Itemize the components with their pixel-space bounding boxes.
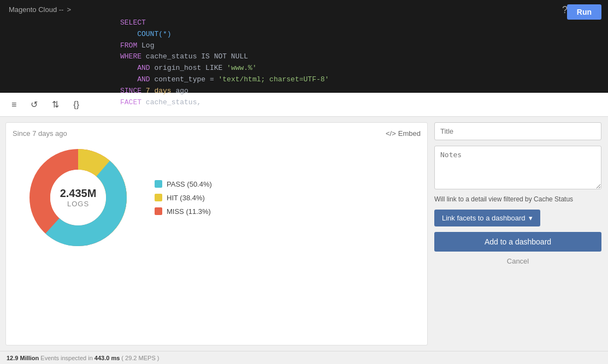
code-from-table: Log	[141, 41, 154, 50]
code-facet-kw: FACET	[120, 98, 141, 106]
link-facets-button[interactable]: Link facets to a dashboard ▾	[434, 210, 540, 226]
run-button[interactable]: Run	[567, 4, 601, 20]
chart-container: 2.435M LOGS PASS (50.4%) HIT (38.4%) MIS…	[13, 143, 421, 252]
code-and2-kw: AND	[137, 75, 150, 83]
events-meps: ( 29.2 MEPS )	[121, 355, 159, 361]
code-and2-field: content_type	[154, 75, 205, 83]
events-time: 443.0 ms	[95, 355, 120, 361]
code-where-field: cache_status	[146, 52, 197, 61]
breadcrumb-text: Magento Cloud --	[9, 5, 63, 14]
events-count: 12.9 Million	[7, 355, 39, 361]
code-block: SELECT COUNT(*) FROM Log WHERE cache_sta…	[120, 17, 608, 108]
legend-color-swatch	[155, 194, 162, 201]
cancel-button[interactable]: Cancel	[434, 257, 601, 265]
donut-count: 2.435M	[60, 187, 97, 200]
link-info: Will link to a detail view filtered by C…	[434, 195, 601, 204]
legend-item: MISS (11.3%)	[155, 207, 212, 216]
legend-color-swatch	[155, 180, 162, 188]
legend-item: PASS (50.4%)	[155, 180, 212, 188]
legend-item-label: PASS (50.4%)	[167, 180, 212, 188]
code-and2-val: 'text/html; charset=UTF-8'	[219, 75, 329, 83]
code-from-kw: FROM	[120, 41, 137, 50]
notes-input[interactable]	[434, 146, 601, 189]
legend-item-label: MISS (11.3%)	[167, 207, 211, 216]
list-view-button[interactable]: ≡	[7, 97, 21, 112]
since-label: Since 7 days ago	[13, 129, 421, 138]
code-since-num: 7 days	[146, 87, 172, 95]
code-where-op: IS NOT NULL	[201, 52, 248, 61]
link-facets-label: Link facets to a dashboard	[442, 214, 526, 222]
add-dashboard-button[interactable]: Add to a dashboard	[434, 232, 601, 252]
breadcrumb-arrow: >	[67, 5, 71, 14]
legend-color-swatch	[155, 207, 162, 215]
chart-legend: PASS (50.4%) HIT (38.4%) MISS (11.3%)	[155, 180, 212, 216]
top-bar: Magento Cloud -- > SELECT COUNT(*) FROM …	[0, 0, 608, 93]
code-view-button[interactable]: {}	[68, 97, 84, 112]
legend-item-label: HIT (38.4%)	[167, 194, 205, 202]
code-where-kw: WHERE	[120, 52, 141, 61]
code-and1-field: origin_host	[154, 64, 201, 72]
legend-item: HIT (38.4%)	[155, 194, 212, 202]
code-and1-op: LIKE	[205, 64, 222, 72]
code-since-plain: ago	[175, 87, 188, 95]
chart-panel: Since 7 days ago </> Embed 2	[5, 122, 428, 345]
events-label: Events inspected in	[40, 355, 92, 361]
embed-code-icon: </>	[386, 129, 396, 138]
main-content: Since 7 days ago </> Embed 2	[0, 117, 608, 351]
donut-unit: LOGS	[60, 200, 97, 208]
refresh-button[interactable]: ↺	[26, 97, 43, 112]
title-input[interactable]	[434, 122, 601, 140]
code-and2-op: =	[210, 75, 214, 83]
code-and1-kw: AND	[137, 64, 150, 72]
donut-chart: 2.435M LOGS	[23, 143, 133, 252]
sort-button[interactable]: ⇅	[47, 97, 64, 112]
code-facet-plain: cache_status,	[146, 98, 201, 106]
donut-label: 2.435M LOGS	[60, 187, 97, 208]
code-select-kw: SELECT	[120, 19, 146, 27]
bottom-bar: 12.9 Million Events inspected in 443.0 m…	[0, 351, 608, 364]
breadcrumb: Magento Cloud -- >	[0, 5, 83, 14]
code-since-kw: SINCE	[120, 87, 141, 95]
code-and1-val: 'www.%'	[227, 64, 257, 72]
embed-label: Embed	[398, 129, 421, 138]
link-facets-arrow-icon: ▾	[529, 214, 533, 222]
right-panel: Will link to a detail view filtered by C…	[428, 117, 608, 351]
embed-button[interactable]: </> Embed	[386, 129, 421, 138]
code-count-fn: COUNT(*)	[137, 30, 171, 38]
